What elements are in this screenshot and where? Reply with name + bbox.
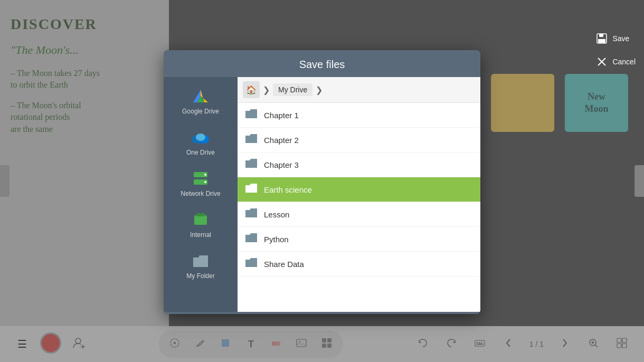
nav-breadcrumb: My Drive bbox=[273, 83, 312, 96]
file-item-python[interactable]: Python bbox=[238, 227, 480, 252]
file-name-chapter2: Chapter 2 bbox=[264, 136, 299, 145]
file-name-lesson: Lesson bbox=[264, 210, 289, 219]
sidebar-item-network-drive[interactable]: Network Drive bbox=[164, 165, 238, 202]
folder-icon-chapter3 bbox=[245, 158, 258, 172]
internal-icon bbox=[191, 210, 210, 229]
sidebar-item-one-drive[interactable]: One Drive bbox=[164, 123, 238, 160]
nav-bar: 🏠 ❯ My Drive ❯ bbox=[238, 77, 480, 103]
svg-rect-14 bbox=[599, 34, 603, 37]
one-drive-icon bbox=[191, 128, 210, 147]
svg-point-9 bbox=[204, 181, 206, 183]
sidebar-one-drive-label: One Drive bbox=[186, 149, 215, 156]
google-drive-icon bbox=[191, 87, 210, 106]
folder-icon-chapter1 bbox=[245, 108, 258, 122]
svg-rect-11 bbox=[194, 215, 207, 225]
save-files-dialog: Save files Google Drive bbox=[164, 50, 480, 314]
svg-rect-15 bbox=[598, 39, 605, 43]
save-label: Save bbox=[612, 34, 629, 43]
file-name-chapter1: Chapter 1 bbox=[264, 111, 299, 120]
file-item-earth-science[interactable]: Earth science bbox=[238, 177, 480, 202]
cancel-button[interactable]: Cancel bbox=[591, 52, 639, 71]
file-name-chapter3: Chapter 3 bbox=[264, 160, 299, 169]
file-item-chapter2[interactable]: Chapter 2 bbox=[238, 128, 480, 153]
svg-rect-12 bbox=[196, 213, 205, 216]
dialog-body: Google Drive One Drive bbox=[164, 77, 480, 312]
sidebar-item-my-folder[interactable]: My Folder bbox=[164, 247, 238, 284]
my-folder-icon bbox=[191, 251, 210, 270]
folder-icon-earth-science bbox=[245, 183, 258, 196]
sidebar-google-drive-label: Google Drive bbox=[182, 108, 219, 115]
dialog-sidebar: Google Drive One Drive bbox=[164, 77, 238, 312]
save-icon bbox=[594, 31, 609, 46]
nav-home-button[interactable]: 🏠 bbox=[243, 81, 260, 98]
svg-point-6 bbox=[196, 134, 205, 141]
file-item-lesson[interactable]: Lesson bbox=[238, 202, 480, 227]
svg-point-10 bbox=[204, 174, 206, 176]
file-name-earth-science: Earth science bbox=[264, 185, 312, 194]
sidebar-item-google-drive[interactable]: Google Drive bbox=[164, 82, 238, 119]
nav-arrow-icon: ❯ bbox=[263, 85, 270, 95]
file-list: Chapter 1 Chapter 2 Chapter 3 bbox=[238, 103, 480, 312]
cancel-label: Cancel bbox=[612, 58, 636, 66]
sidebar-network-drive-label: Network Drive bbox=[181, 190, 220, 197]
file-item-chapter1[interactable]: Chapter 1 bbox=[238, 103, 480, 128]
file-item-share-data[interactable]: Share Data bbox=[238, 252, 480, 277]
cancel-icon bbox=[594, 54, 609, 69]
file-item-chapter3[interactable]: Chapter 3 bbox=[238, 153, 480, 177]
file-name-share-data: Share Data bbox=[264, 260, 304, 269]
dialog-title: Save files bbox=[164, 50, 480, 77]
sidebar-my-folder-label: My Folder bbox=[186, 272, 214, 280]
sidebar-internal-label: Internal bbox=[190, 231, 211, 239]
folder-icon-lesson bbox=[245, 207, 258, 221]
folder-icon-chapter2 bbox=[245, 133, 258, 147]
sidebar-item-internal[interactable]: Internal bbox=[164, 206, 238, 243]
nav-forward-icon: ❯ bbox=[316, 85, 323, 95]
save-button[interactable]: Save bbox=[591, 29, 639, 48]
file-name-python: Python bbox=[264, 235, 289, 244]
folder-icon-python bbox=[245, 232, 258, 246]
dialog-main: 🏠 ❯ My Drive ❯ Chapter 1 Chapter 2 bbox=[238, 77, 480, 312]
network-drive-icon bbox=[191, 169, 210, 188]
folder-icon-share-data bbox=[245, 257, 258, 271]
action-buttons: Save Cancel bbox=[591, 29, 639, 71]
